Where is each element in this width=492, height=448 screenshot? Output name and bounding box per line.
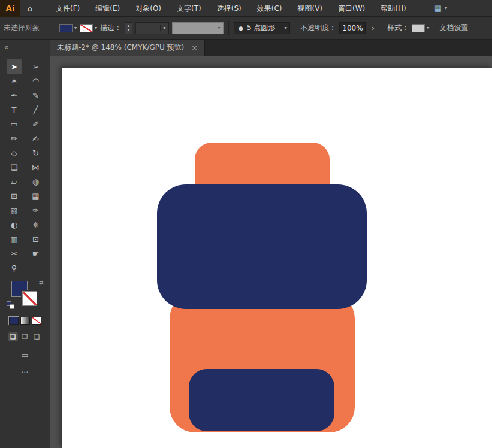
brush-dot-icon: ● (239, 25, 243, 31)
stroke-weight-stepper[interactable]: ▴ ▾ (125, 22, 132, 34)
mesh-tool[interactable]: ▦ (28, 189, 44, 203)
paintbrush-tool[interactable]: ✐ (28, 117, 44, 131)
more-button[interactable]: ⋯ (21, 368, 29, 376)
draw-modes: ❏❐❑ (8, 332, 42, 341)
control-bar: 未选择对象 ▾ ▾ 描边： ▴ ▾ ▾ ▾ ● 5 点圆形 ▾ 不透明度： › … (0, 17, 492, 40)
eraser-tool-icon: ◇ (11, 149, 17, 158)
artboard-tool[interactable]: ⊡ (28, 232, 44, 246)
zoom-tool-icon: ⚲ (11, 264, 17, 273)
menu-type[interactable]: 文字(T) (169, 0, 209, 17)
draw-normal-mode[interactable]: ❏ (8, 332, 18, 341)
collapse-panels-button[interactable]: « (0, 40, 50, 56)
symbol-sprayer-tool[interactable]: ✵ (28, 217, 44, 232)
workspace-switcher[interactable]: ▦ ▾ (434, 4, 447, 13)
perspective-grid-tool-icon: ⊞ (11, 192, 17, 201)
app-logo[interactable]: Ai (0, 0, 20, 17)
curvature-tool[interactable]: ✎ (28, 88, 44, 102)
fill-stroke-control: ⇄ (7, 280, 44, 311)
artboard-tool-icon: ⊡ (32, 235, 39, 244)
zoom-tool[interactable]: ⚲ (7, 261, 22, 275)
shape-flap[interactable] (157, 184, 367, 309)
direct-selection-tool[interactable]: ➢ (28, 59, 44, 74)
fill-swatch (59, 24, 73, 32)
menu-object[interactable]: 对象(O) (128, 0, 169, 17)
pencil-tool-icon: ✏ (11, 134, 17, 143)
rectangle-tool-icon: ▭ (10, 120, 17, 129)
selection-status: 未选择对象 (4, 23, 56, 33)
fill-color-picker[interactable]: ▾ (59, 24, 77, 32)
eyedropper-tool[interactable]: ✑ (28, 203, 44, 217)
column-graph-tool[interactable]: ▥ (7, 232, 22, 246)
close-icon[interactable]: × (191, 44, 198, 52)
chevron-down-icon: ▾ (445, 5, 447, 11)
magic-wand-tool-icon: ✶ (11, 77, 17, 86)
menu-effect[interactable]: 效果(C) (249, 0, 290, 17)
rotate-tool[interactable]: ↻ (28, 146, 44, 160)
scale-tool[interactable]: ❏ (7, 160, 22, 174)
stroke-weight-dropdown[interactable]: ▾ (135, 22, 169, 34)
gradient-button[interactable] (20, 317, 30, 325)
opacity-input[interactable] (339, 22, 366, 34)
screen-mode-button[interactable]: ▭ (21, 350, 28, 359)
opacity-flyout-button[interactable]: › (369, 22, 377, 34)
width-profile-dropdown: ▾ (172, 22, 224, 34)
chevron-down-icon: ▾ (281, 25, 289, 31)
hand-tool[interactable]: ☛ (28, 246, 44, 261)
brush-definition-dropdown[interactable]: ● 5 点圆形 ▾ (234, 22, 290, 34)
chevron-down-icon: ▾ (215, 25, 223, 31)
swap-fill-stroke-icon[interactable]: ⇄ (39, 280, 44, 286)
magic-wand-tool[interactable]: ✶ (7, 74, 22, 88)
menu-bar: Ai ⌂ 文件(F)编辑(E)对象(O)文字(T)选择(S)效果(C)视图(V)… (0, 0, 492, 17)
style-picker[interactable]: ▾ (412, 24, 429, 32)
menu-edit[interactable]: 编辑(E) (87, 0, 128, 17)
column-graph-tool-icon: ▥ (10, 235, 17, 244)
menu-select[interactable]: 选择(S) (209, 0, 249, 17)
style-swatch (412, 24, 425, 32)
menu-help[interactable]: 帮助(H) (373, 0, 413, 17)
free-transform-tool[interactable]: ▱ (7, 174, 22, 189)
separator (295, 21, 295, 35)
chevron-down-icon: ▾ (160, 25, 168, 31)
line-segment-tool[interactable]: ╱ (28, 102, 44, 117)
slice-tool[interactable]: ✂ (7, 246, 22, 261)
curvature-tool-icon: ✎ (32, 91, 39, 100)
width-tool[interactable]: ⋈ (28, 160, 44, 174)
eraser-tool[interactable]: ◇ (7, 146, 22, 160)
pen-tool[interactable]: ✒ (7, 88, 22, 102)
pencil-tool[interactable]: ✏ (7, 131, 22, 146)
menu-window[interactable]: 窗口(W) (330, 0, 373, 17)
width-tool-icon: ⋈ (32, 163, 40, 172)
stroke-box[interactable] (22, 291, 37, 306)
lasso-tool[interactable]: ◠ (28, 74, 44, 88)
shaper-tool[interactable]: ✍ (28, 131, 44, 146)
shape-pocket[interactable] (189, 369, 334, 431)
tab-title: 未标题-2* @ 148% (CMYK/GPU 预览) (57, 43, 184, 53)
stroke-color-picker[interactable]: ▾ (80, 24, 97, 32)
canvas[interactable] (50, 56, 492, 448)
opacity-label: 不透明度： (300, 23, 336, 33)
chevron-down-icon: ▾ (95, 25, 97, 31)
home-icon[interactable]: ⌂ (20, 4, 40, 13)
rectangle-tool[interactable]: ▭ (7, 117, 22, 131)
stepper-down-icon[interactable]: ▾ (128, 28, 130, 32)
draw-behind-mode[interactable]: ❐ (20, 332, 30, 341)
document-tab[interactable]: 未标题-2* @ 148% (CMYK/GPU 预览) × (50, 40, 205, 56)
none-button[interactable] (32, 317, 41, 325)
default-fill-stroke-icon[interactable] (7, 301, 15, 309)
separator (228, 21, 229, 35)
type-tool[interactable]: T (7, 102, 22, 117)
pen-tool-icon: ✒ (11, 91, 17, 100)
blend-tool[interactable]: ◐ (7, 217, 22, 232)
draw-inside-mode[interactable]: ❑ (32, 332, 42, 341)
gradient-tool-icon: ▧ (10, 206, 17, 215)
perspective-grid-tool[interactable]: ⊞ (7, 189, 22, 203)
scale-tool-icon: ❏ (11, 163, 18, 172)
color-button[interactable] (9, 317, 19, 325)
selection-tool[interactable]: ➤ (7, 59, 22, 74)
gradient-tool[interactable]: ▧ (7, 203, 22, 217)
document-setup-button[interactable]: 文档设置 (439, 23, 468, 33)
menu-view[interactable]: 视图(V) (289, 0, 330, 17)
shape-builder-tool[interactable]: ◍ (28, 174, 44, 189)
menu-file[interactable]: 文件(F) (48, 0, 87, 17)
brush-value: 5 点圆形 (247, 23, 277, 33)
